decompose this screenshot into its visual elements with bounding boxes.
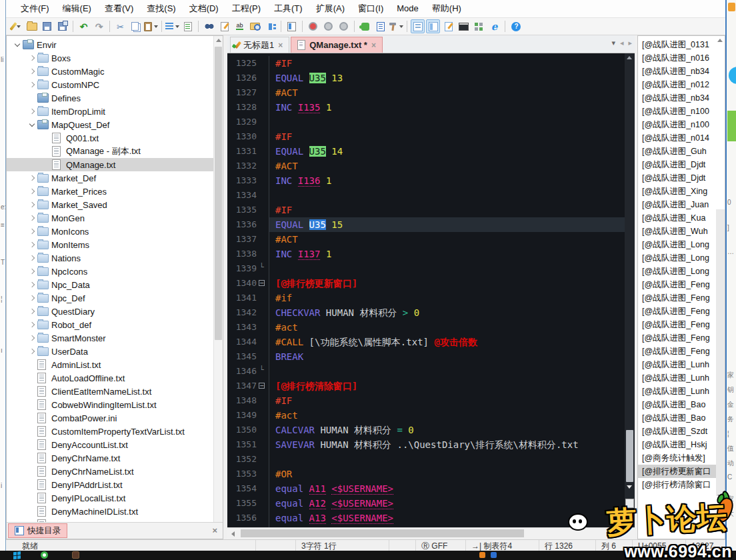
new-edit-icon[interactable] <box>9 19 23 33</box>
editor-line-1345[interactable]: 1345BREAK <box>227 349 625 364</box>
code-editor[interactable]: 1325#IF1326EQUAL U35 131327#ACT1328INC I… <box>227 53 635 527</box>
chevron-right-icon[interactable] <box>27 229 37 233</box>
document-tab-1[interactable]: QManage.txt *× <box>291 37 383 53</box>
grid-icon[interactable] <box>472 19 486 33</box>
plugin-icon[interactable] <box>358 19 372 33</box>
tray-icon[interactable] <box>479 552 485 558</box>
tree-item-Q001.txt[interactable]: Q001.txt <box>7 131 223 145</box>
chevron-right-icon[interactable] <box>27 83 37 87</box>
editor-line-1333[interactable]: 1333INC I136 1 <box>227 173 625 188</box>
editor-line-1356[interactable]: 1356equal A13 <$USERNAME> <box>227 511 625 525</box>
save-all-icon[interactable] <box>55 19 69 33</box>
dropdown-arrow-icon[interactable] <box>154 25 158 28</box>
edit-doc-icon[interactable] <box>217 19 231 33</box>
sort-icon[interactable] <box>165 19 179 33</box>
chevron-right-icon[interactable] <box>27 309 37 313</box>
chevron-down-icon[interactable] <box>12 44 23 46</box>
editor-line-1343[interactable]: 1343#act <box>227 320 625 335</box>
quick-directory-tab[interactable]: 快捷目录 <box>8 523 67 538</box>
tree-item-QManage - 副本.txt[interactable]: QManage - 副本.txt <box>7 145 223 158</box>
tree-item-DenyIPLocalList.txt[interactable]: DenyIPLocalList.txt <box>7 491 223 505</box>
editor-horizontal-scrollbar[interactable] <box>227 527 635 539</box>
save-icon[interactable] <box>40 19 54 33</box>
scroll-left-icon[interactable] <box>229 530 237 537</box>
tree-item-CobwebWindingItemList.txt[interactable]: CobwebWindingItemList.txt <box>7 398 223 411</box>
scroll-up-icon[interactable] <box>717 39 723 42</box>
stamp-gray-icon[interactable] <box>321 19 335 33</box>
document-tab-0[interactable]: 无标题1× <box>230 37 289 53</box>
list-item[interactable]: [@战队进图_Feng <box>638 331 716 345</box>
chevron-right-icon[interactable] <box>27 109 37 113</box>
panel-close-icon[interactable]: × <box>212 523 217 539</box>
tab-prev-icon[interactable]: ◂ <box>620 39 624 47</box>
editor-line-1350[interactable]: 1350CALCVAR HUMAN 材料积分 = 0 <box>227 423 625 437</box>
list-item[interactable]: [@战队进图_Long <box>638 251 716 265</box>
stamp-gray2-icon[interactable] <box>337 19 351 33</box>
fold-collapse-icon[interactable] <box>257 379 267 393</box>
editor-line-1341[interactable]: 1341#if <box>227 291 625 305</box>
list-item[interactable]: [@战队进图_Feng <box>638 345 716 358</box>
menu-item-5[interactable]: 工程(P) <box>225 0 267 17</box>
chevron-right-icon[interactable] <box>27 176 37 180</box>
editor-line-1327[interactable]: 1327#ACT <box>227 85 625 100</box>
tree-item-MapQuest_Def[interactable]: MapQuest_Def <box>7 118 223 131</box>
tree-item-QuestDiary[interactable]: QuestDiary <box>7 305 223 318</box>
replace-icon[interactable] <box>233 19 247 33</box>
tray-icon[interactable] <box>491 552 497 558</box>
tree-item-DenyAccountList.txt[interactable]: DenyAccountList.txt <box>7 438 223 451</box>
editor-line-1339[interactable]: 1339 <box>227 261 625 276</box>
list-item[interactable]: [@战队进图_n012 <box>638 78 716 91</box>
scroll-up-icon[interactable] <box>216 39 221 42</box>
editor-line-1354[interactable]: 1354equal A11 <$USERNAME> <box>227 481 625 496</box>
hammer-icon[interactable] <box>389 19 403 33</box>
editor-line-1330[interactable]: 1330#IF <box>227 129 625 144</box>
list-item[interactable]: [@战队进图_n016 <box>638 51 716 65</box>
panel-close-icon[interactable]: × <box>719 508 724 517</box>
editor-line-1338[interactable]: 1338INC I137 1 <box>227 247 625 261</box>
scrollbar-thumb[interactable] <box>626 430 633 482</box>
find-icon[interactable] <box>202 19 216 33</box>
scrollbar-extra-button[interactable] <box>625 499 634 508</box>
tree-item-Envir[interactable]: Envir <box>7 38 223 51</box>
chevron-right-icon[interactable] <box>27 203 37 207</box>
editor-line-1353[interactable]: 1353#OR <box>227 467 625 481</box>
list-item[interactable]: [@战队进图_Long <box>638 265 716 278</box>
taskbar-app-icon[interactable] <box>72 551 79 559</box>
list-item[interactable]: [@战队进图_nb34 <box>638 65 716 78</box>
menu-item-8[interactable]: 窗口(I) <box>351 0 390 17</box>
browser-icon[interactable] <box>487 19 501 33</box>
list-item[interactable]: [@战队进图_Wuh <box>638 225 716 238</box>
menu-item-0[interactable]: 文件(F) <box>14 0 56 17</box>
editor-line-1346[interactable]: 1346 <box>227 364 625 379</box>
scroll-down-icon[interactable] <box>627 485 632 489</box>
editor-line-1337[interactable]: 1337#ACT <box>227 232 625 247</box>
list-item[interactable]: [@战队进图_Szdt <box>638 425 716 438</box>
dropdown-arrow-icon[interactable] <box>175 25 179 28</box>
tree-item-CustomItemPropertyTextVarList.txt[interactable]: CustomItemPropertyTextVarList.txt <box>7 425 223 438</box>
tree-item-Nations[interactable]: Nations <box>7 251 223 265</box>
editor-line-1336[interactable]: 1336EQUAL U35 15 <box>227 217 625 232</box>
editor-line-1326[interactable]: 1326EQUAL U35 13 <box>227 71 625 85</box>
menu-item-1[interactable]: 编辑(E) <box>56 0 98 17</box>
list-item[interactable]: [@战队进图_Lunh <box>638 358 716 371</box>
chevron-right-icon[interactable] <box>27 349 37 353</box>
tree-item-CustomNPC[interactable]: CustomNPC <box>7 78 223 91</box>
chevron-right-icon[interactable] <box>27 296 37 300</box>
list-item[interactable]: [@战队进图_Bao <box>638 398 716 411</box>
start-button-icon[interactable] <box>13 552 17 556</box>
menu-item-6[interactable]: 工具(T) <box>267 0 309 17</box>
dropdown-arrow-icon[interactable] <box>17 25 21 28</box>
chevron-right-icon[interactable] <box>27 256 37 260</box>
function-list-scrollbar[interactable]: × <box>716 36 725 539</box>
scroll-down-icon[interactable] <box>717 495 723 498</box>
editor-line-1332[interactable]: 1332#ACT <box>227 159 625 173</box>
undo-icon[interactable] <box>77 19 91 33</box>
editor-vertical-scrollbar[interactable] <box>625 53 635 527</box>
code-lines[interactable]: 1325#IF1326EQUAL U35 131327#ACT1328INC I… <box>227 53 625 527</box>
tree-item-Npc_Def[interactable]: Npc_Def <box>7 291 223 305</box>
cut-icon[interactable] <box>113 19 127 33</box>
list-item[interactable]: [@战队进图_n014 <box>638 131 716 145</box>
list-item[interactable]: [@战队进图_Feng <box>638 305 716 318</box>
tree-item-MonIcons[interactable]: MonIcons <box>7 225 223 238</box>
tree-item-Robot_def[interactable]: Robot_def <box>7 318 223 331</box>
